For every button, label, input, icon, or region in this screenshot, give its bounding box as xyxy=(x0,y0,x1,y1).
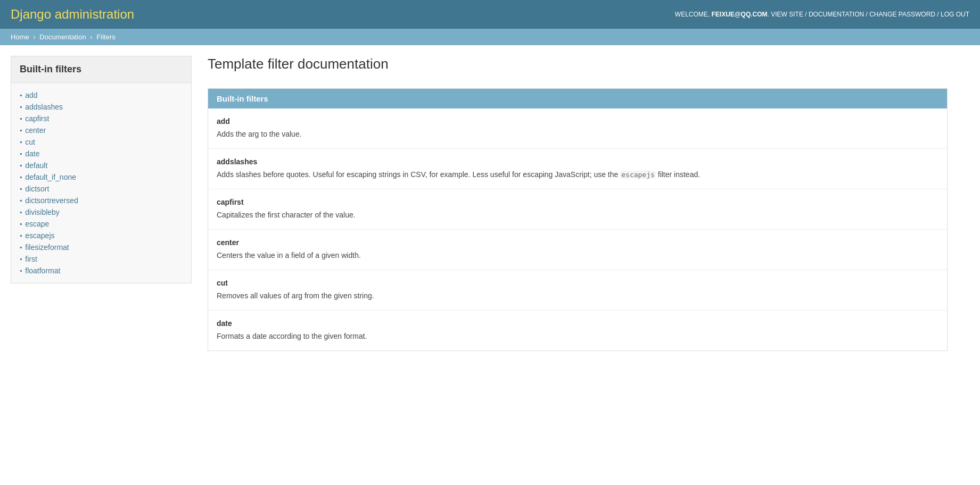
filter-entry: capfirstCapitalizes the first character … xyxy=(208,189,947,230)
sidebar-list-item: date xyxy=(20,148,183,160)
filter-entry: centerCenters the value in a field of a … xyxy=(208,230,947,270)
sidebar-link-filesizeformat[interactable]: filesizeformat xyxy=(25,243,69,252)
change-password-link[interactable]: CHANGE PASSWORD xyxy=(869,11,935,18)
filter-entry: cutRemoves all values of arg from the gi… xyxy=(208,270,947,311)
view-site-link[interactable]: VIEW SITE xyxy=(771,11,803,18)
sidebar-link-floatformat[interactable]: floatformat xyxy=(25,266,60,275)
breadcrumb-home[interactable]: Home xyxy=(11,33,29,41)
sidebar-link-add[interactable]: add xyxy=(25,91,37,99)
sidebar-list-item: dictsort xyxy=(20,183,183,195)
filter-name: date xyxy=(217,319,938,328)
sidebar-link-default_if_none[interactable]: default_if_none xyxy=(25,173,76,181)
site-title: Django administration xyxy=(11,7,134,22)
sidebar-link-dictsortreversed[interactable]: dictsortreversed xyxy=(25,196,78,205)
page-title: Template filter documentation xyxy=(208,56,948,78)
sidebar-list-item: escape xyxy=(20,218,183,230)
sidebar-list-item: escapejs xyxy=(20,230,183,241)
filter-description: Adds slashes before quotes. Useful for e… xyxy=(217,169,938,180)
sidebar-list-item: cut xyxy=(20,136,183,148)
sidebar-list-item: addslashes xyxy=(20,101,183,113)
sidebar-list-item: filesizeformat xyxy=(20,241,183,253)
filter-name: capfirst xyxy=(217,198,938,206)
filter-description: Adds the arg to the value. xyxy=(217,129,938,140)
log-out-link[interactable]: LOG OUT xyxy=(941,11,969,18)
sidebar-title: Built-in filters xyxy=(11,56,191,83)
sidebar: Built-in filters addaddslashescapfirstce… xyxy=(11,56,192,351)
sidebar-list-item: divisibleby xyxy=(20,206,183,218)
sidebar-list-item: default_if_none xyxy=(20,171,183,183)
sidebar-list-item: add xyxy=(20,89,183,101)
documentation-link[interactable]: DOCUMENTATION xyxy=(809,11,864,18)
filter-description: Centers the value in a field of a given … xyxy=(217,250,938,261)
sidebar-list: addaddslashescapfirstcentercutdatedefaul… xyxy=(11,83,191,283)
section-header: Built-in filters xyxy=(208,89,947,108)
sidebar-list-item: dictsortreversed xyxy=(20,195,183,206)
sidebar-list-item: default xyxy=(20,160,183,171)
sidebar-box: Built-in filters addaddslashescapfirstce… xyxy=(11,56,192,283)
filter-entry: dateFormats a date according to the give… xyxy=(208,311,947,350)
user-email: FEIXUE@QQ.COM xyxy=(712,11,768,18)
filter-name: addslashes xyxy=(217,157,938,166)
content-main: Built-in filters addaddslashescapfirstce… xyxy=(0,45,958,362)
sidebar-link-divisibleby[interactable]: divisibleby xyxy=(25,208,60,216)
breadcrumb-separator-1: › xyxy=(33,33,35,41)
welcome-prefix: WELCOME, xyxy=(675,11,710,18)
filter-name: cut xyxy=(217,279,938,287)
breadcrumb-current: Filters xyxy=(96,33,115,41)
filters-section: Built-in filters addAdds the arg to the … xyxy=(208,88,948,351)
sidebar-link-default[interactable]: default xyxy=(25,161,47,170)
branding: Django administration xyxy=(11,7,134,22)
filter-entry: addAdds the arg to the value. xyxy=(208,108,947,149)
sidebar-link-date[interactable]: date xyxy=(25,149,39,158)
filter-description: Removes all values of arg from the given… xyxy=(217,290,938,302)
sidebar-list-item: center xyxy=(20,124,183,136)
sidebar-list-item: floatformat xyxy=(20,265,183,277)
header: Django administration WELCOME, FEIXUE@QQ… xyxy=(0,0,980,29)
sidebar-link-capfirst[interactable]: capfirst xyxy=(25,114,49,123)
filters-container: addAdds the arg to the value.addslashesA… xyxy=(208,108,947,350)
filter-name: add xyxy=(217,117,938,126)
user-tools: WELCOME, FEIXUE@QQ.COM. VIEW SITE / DOCU… xyxy=(675,11,969,18)
sidebar-link-first[interactable]: first xyxy=(25,255,37,263)
sidebar-list-item: first xyxy=(20,253,183,265)
filter-description: Capitalizes the first character of the v… xyxy=(217,210,938,221)
sidebar-link-addslashes[interactable]: addslashes xyxy=(25,103,63,111)
filter-code-ref: escapejs xyxy=(620,171,656,179)
breadcrumb-separator-2: › xyxy=(90,33,92,41)
breadcrumb-documentation[interactable]: Documentation xyxy=(39,33,86,41)
sidebar-link-center[interactable]: center xyxy=(25,126,46,135)
filter-entry: addslashesAdds slashes before quotes. Us… xyxy=(208,149,947,189)
sidebar-list-item: capfirst xyxy=(20,113,183,124)
sidebar-link-escapejs[interactable]: escapejs xyxy=(25,231,54,240)
sidebar-link-escape[interactable]: escape xyxy=(25,220,49,228)
filter-description: Formats a date according to the given fo… xyxy=(217,331,938,342)
breadcrumbs: Home › Documentation › Filters xyxy=(0,29,980,45)
sidebar-link-dictsort[interactable]: dictsort xyxy=(25,185,49,193)
sidebar-link-cut[interactable]: cut xyxy=(25,138,35,146)
doc-content: Template filter documentation Built-in f… xyxy=(208,56,948,351)
filter-name: center xyxy=(217,238,938,247)
